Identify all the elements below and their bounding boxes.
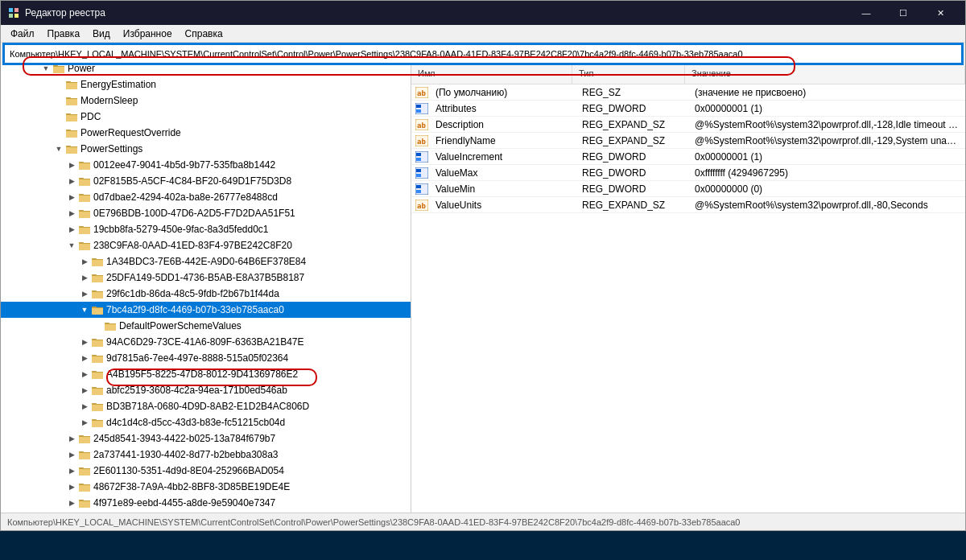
- reg-value-data: 0x00000001 (1): [688, 150, 965, 164]
- menu-item-вид[interactable]: Вид: [86, 27, 117, 41]
- svg-rect-95: [92, 340, 103, 340]
- menu-item-справка[interactable]: Справка: [179, 27, 229, 41]
- tree-item[interactable]: ▶ A4B195F5-8225-47D8-8012-9D41369786E2: [1, 366, 411, 382]
- registry-row[interactable]: ValueIncrementREG_DWORD0x00000001 (1): [411, 149, 965, 165]
- svg-rect-65: [79, 227, 90, 234]
- svg-text:ab: ab: [417, 202, 426, 210]
- tree-item[interactable]: ▼ PowerSettings: [1, 141, 411, 157]
- minimize-button[interactable]: —: [848, 1, 885, 25]
- folder-icon: [78, 223, 91, 236]
- folder-icon: [78, 175, 91, 187]
- tree-arrow: ▶: [78, 370, 91, 378]
- taskbar: [0, 531, 966, 560]
- tree-arrow: ▶: [65, 467, 78, 475]
- address-bar[interactable]: Компьютер\HKEY_LOCAL_MACHINE\SYSTEM\Curr…: [4, 44, 962, 64]
- svg-rect-97: [92, 356, 103, 363]
- folder-icon: [65, 110, 78, 123]
- menu-item-избранное[interactable]: Избранное: [117, 27, 179, 41]
- col-header-name[interactable]: Имя: [411, 65, 572, 84]
- registry-row[interactable]: ab (По умолчанию)REG_SZ(значение не прис…: [411, 84, 965, 101]
- reg-value-type: REG_DWORD: [576, 182, 688, 196]
- tree-item[interactable]: ▶ 02F815B5-A5CF-4C84-BF20-649D1F75D3D8: [1, 173, 411, 189]
- tree-arrow: ▶: [78, 257, 91, 266]
- tree-item-label: A4B195F5-8225-47D8-8012-9D41369786E2: [106, 369, 298, 380]
- registry-row[interactable]: ValueMaxREG_DWORD0xffffffff (4294967295): [411, 165, 965, 181]
- svg-rect-59: [79, 195, 90, 196]
- tree-item[interactable]: ▶ abfc2519-3608-4c2a-94ea-171b0ed546ab: [1, 382, 411, 398]
- svg-rect-113: [92, 420, 103, 427]
- tree-arrow: ▶: [78, 354, 91, 362]
- menu-item-файл[interactable]: Файл: [4, 27, 41, 41]
- svg-rect-53: [79, 179, 90, 186]
- svg-rect-41: [66, 130, 77, 138]
- svg-rect-45: [66, 146, 77, 154]
- tree-item-label: 4f971e89-eebd-4455-a8de-9e59040e7347: [93, 497, 275, 509]
- registry-row[interactable]: ab FriendlyNameREG_EXPAND_SZ@%SystemRoot…: [411, 133, 965, 149]
- tree-item[interactable]: ▶ 0d7dbae2-4294-402a-ba8e-26777e8488cd: [1, 189, 411, 205]
- tree-item[interactable]: ▶ 19cbb8fa-5279-450e-9fac-8a3d5fedd0c1: [1, 221, 411, 237]
- reg-value-name: ValueMax: [429, 166, 576, 180]
- tree-item[interactable]: ModernSleep: [1, 93, 411, 109]
- tree-item[interactable]: ▶ 245d8541-3943-4422-b025-13a784f679b7: [1, 430, 411, 447]
- tree-container[interactable]: NodeInterfaces Notifications Nsi OSExten…: [1, 65, 411, 513]
- tree-item[interactable]: ▶ 2E601130-5351-4d9d-8E04-252966BAD054: [1, 463, 411, 479]
- svg-rect-87: [92, 307, 103, 308]
- svg-rect-61: [79, 211, 90, 218]
- tree-item[interactable]: ▶ 1A34BDC3-7E6B-442E-A9D0-64B6EF378E84: [1, 253, 411, 270]
- registry-row[interactable]: ab ValueUnitsREG_EXPAND_SZ@%SystemRoot%\…: [411, 197, 965, 213]
- tree-item[interactable]: ▼ Power: [1, 65, 411, 76]
- tree-item[interactable]: ▶ 29f6c1db-86da-48c5-9fdb-f2b67b1f44da: [1, 286, 411, 302]
- tree-item[interactable]: ▶ 9d7815a6-7ee4-497e-8888-515a05f02364: [1, 350, 411, 366]
- tree-item[interactable]: EnergyEstimation: [1, 76, 411, 93]
- svg-rect-71: [79, 243, 90, 244]
- tree-item[interactable]: PowerRequestOverride: [1, 125, 411, 141]
- tree-arrow: ▼: [65, 241, 78, 249]
- tree-item[interactable]: ▶ 25DFA149-5DD1-4736-B5AB-E8A37B5B8187: [1, 270, 411, 286]
- folder-icon: [78, 239, 91, 252]
- menu-item-правка[interactable]: Правка: [41, 27, 87, 41]
- tree-item[interactable]: ▶ BD3B718A-0680-4D9D-8AB2-E1D2B4AC806D: [1, 398, 411, 414]
- tree-item[interactable]: PDC: [1, 109, 411, 125]
- registry-table[interactable]: ab (По умолчанию)REG_SZ(значение не прис…: [411, 84, 965, 513]
- tree-item[interactable]: ▼ 238C9FA8-0AAD-41ED-83F4-97BE242C8F20: [1, 237, 411, 253]
- tree-item[interactable]: ▶ 48672F38-7A9A-4bb2-8BF8-3D85BE19DE4E: [1, 479, 411, 495]
- col-header-value[interactable]: Значение: [685, 65, 965, 84]
- svg-rect-79: [92, 275, 103, 276]
- tree-item[interactable]: ▶ 0012ee47-9041-4b5d-9b77-535fba8b1442: [1, 157, 411, 173]
- registry-row[interactable]: AttributesREG_DWORD0x00000001 (1): [411, 101, 965, 117]
- svg-rect-39: [66, 114, 77, 115]
- maximize-button[interactable]: ☐: [885, 1, 922, 25]
- tree-item-label: 94AC6D29-73CE-41A6-809F-6363BA21B47E: [106, 336, 304, 348]
- svg-rect-152: [416, 185, 421, 188]
- registry-row[interactable]: ab DescriptionREG_EXPAND_SZ@%SystemRoot%…: [411, 117, 965, 133]
- tree-item[interactable]: ▶ 2a737441-1930-4402-8d77-b2bebba308a3: [1, 447, 411, 463]
- col-header-type[interactable]: Тип: [572, 65, 685, 84]
- tree-item-label: 02F815B5-A5CF-4C84-BF20-649D1F75D3D8: [93, 175, 291, 187]
- reg-value-type: REG_DWORD: [576, 101, 688, 116]
- svg-rect-43: [66, 130, 77, 131]
- tree-item[interactable]: ▶ 4f971e89-eebd-4455-a8de-9e59040e7347: [1, 495, 411, 511]
- tree-item[interactable]: DefaultPowerSchemeValues: [1, 318, 411, 334]
- dword-value-icon: [415, 150, 429, 164]
- tree-item[interactable]: ▶ 0E796BDB-100D-47D6-A2D5-F7D2DAA51F51: [1, 205, 411, 221]
- svg-rect-3: [14, 14, 19, 18]
- folder-icon: [65, 94, 78, 107]
- tree-arrow: ▶: [65, 434, 78, 443]
- tree-arrow: ▶: [65, 209, 78, 217]
- svg-rect-51: [79, 163, 90, 163]
- tree-item[interactable]: ▼ 7bc4a2f9-d8fc-4469-b07b-33eb785aaca0: [1, 302, 411, 318]
- tree-item-label: EnergyEstimation: [80, 79, 156, 90]
- tree-item[interactable]: ▶ 94AC6D29-73CE-41A6-809F-6363BA21B47E: [1, 334, 411, 350]
- close-button[interactable]: ✕: [922, 1, 959, 25]
- main-content: NodeInterfaces Notifications Nsi OSExten…: [1, 65, 965, 513]
- folder-icon: [65, 142, 78, 155]
- svg-rect-35: [66, 98, 77, 99]
- tree-arrow: ▶: [78, 402, 91, 410]
- reg-value-data: 0x00000000 (0): [688, 182, 965, 196]
- registry-row[interactable]: ValueMinREG_DWORD0x00000000 (0): [411, 181, 965, 197]
- tree-item[interactable]: ▶ d4c1d4c8-d5cc-43d3-b83e-fc51215cb04d: [1, 414, 411, 430]
- svg-rect-121: [79, 452, 90, 459]
- svg-rect-83: [92, 291, 103, 292]
- tree-arrow: ▶: [78, 274, 91, 282]
- string-value-icon: ab: [415, 134, 429, 148]
